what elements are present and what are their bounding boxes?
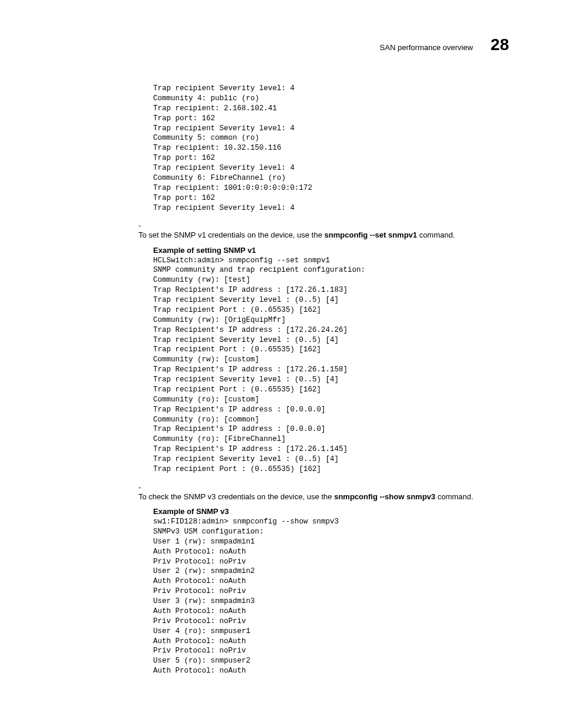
code-block-snmp-v1-output: Trap recipient Severity level: 4 Communi… — [153, 84, 509, 213]
bullet-set-snmpv1: - To set the SNMP v1 credentials on the … — [138, 221, 509, 241]
example-label-snmpv1: Example of setting SNMP v1 — [153, 246, 509, 255]
content-area: Trap recipient Severity level: 4 Communi… — [153, 84, 509, 676]
bullet-show-snmpv3: - To check the SNMP v3 credentials on th… — [138, 483, 509, 502]
bullet-command: snmpconfig --set snmpv1 — [325, 230, 417, 239]
bullet-prefix: To check the SNMP v3 credentials on the … — [138, 492, 334, 501]
bullet-command: snmpconfig --show snmpv3 — [334, 492, 435, 501]
bullet-suffix: command. — [435, 492, 473, 501]
bullet-text-show-snmpv3: To check the SNMP v3 credentials on the … — [138, 492, 494, 502]
code-block-snmp-v3-output: sw1:FID128:admin> snmpconfig --show snmp… — [153, 517, 509, 676]
bullet-text-set-snmpv1: To set the SNMP v1 credentials on the de… — [138, 230, 494, 241]
bullet-dash: - — [138, 483, 153, 492]
example-label-snmpv3: Example of SNMP v3 — [153, 507, 509, 516]
page-header: SAN performance overview 28 — [53, 35, 509, 54]
bullet-prefix: To set the SNMP v1 credentials on the de… — [138, 230, 325, 239]
chapter-number: 28 — [491, 35, 509, 54]
bullet-suffix: command. — [417, 230, 455, 239]
header-title: SAN performance overview — [380, 43, 473, 52]
code-block-snmp-v1-set: HCLSwitch:admin> snmpconfig --set snmpv1… — [153, 256, 509, 475]
bullet-dash: - — [138, 221, 153, 230]
